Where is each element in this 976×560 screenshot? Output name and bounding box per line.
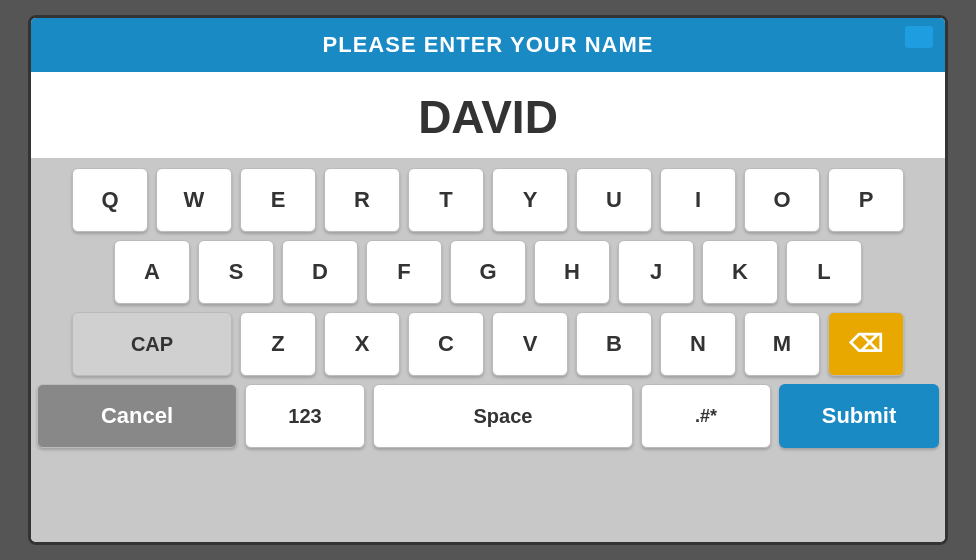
key-symbols[interactable]: .#* <box>641 384 771 448</box>
header-corner-decoration <box>905 26 933 48</box>
key-123[interactable]: 123 <box>245 384 365 448</box>
key-y[interactable]: Y <box>492 168 568 232</box>
key-backspace[interactable]: ⌫ <box>828 312 904 376</box>
key-cap[interactable]: CAP <box>72 312 232 376</box>
key-v[interactable]: V <box>492 312 568 376</box>
key-i[interactable]: I <box>660 168 736 232</box>
key-cancel[interactable]: Cancel <box>37 384 237 448</box>
key-s[interactable]: S <box>198 240 274 304</box>
key-h[interactable]: H <box>534 240 610 304</box>
key-submit[interactable]: Submit <box>779 384 939 448</box>
key-a[interactable]: A <box>114 240 190 304</box>
key-q[interactable]: Q <box>72 168 148 232</box>
key-d[interactable]: D <box>282 240 358 304</box>
key-k[interactable]: K <box>702 240 778 304</box>
key-p[interactable]: P <box>828 168 904 232</box>
key-o[interactable]: O <box>744 168 820 232</box>
dialog-header: PLEASE ENTER YOUR NAME <box>31 18 945 72</box>
key-r[interactable]: R <box>324 168 400 232</box>
keyboard-row-bottom: Cancel 123 Space .#* Submit <box>43 384 933 448</box>
key-f[interactable]: F <box>366 240 442 304</box>
keyboard-row-3: CAP Z X C V B N M ⌫ <box>43 312 933 376</box>
key-t[interactable]: T <box>408 168 484 232</box>
key-j[interactable]: J <box>618 240 694 304</box>
keyboard-row-1: Q W E R T Y U I O P <box>43 168 933 232</box>
key-space[interactable]: Space <box>373 384 633 448</box>
key-b[interactable]: B <box>576 312 652 376</box>
key-m[interactable]: M <box>744 312 820 376</box>
key-g[interactable]: G <box>450 240 526 304</box>
key-l[interactable]: L <box>786 240 862 304</box>
key-w[interactable]: W <box>156 168 232 232</box>
key-u[interactable]: U <box>576 168 652 232</box>
key-c[interactable]: C <box>408 312 484 376</box>
key-x[interactable]: X <box>324 312 400 376</box>
dialog-title: PLEASE ENTER YOUR NAME <box>323 32 654 57</box>
key-n[interactable]: N <box>660 312 736 376</box>
key-z[interactable]: Z <box>240 312 316 376</box>
key-e[interactable]: E <box>240 168 316 232</box>
name-display: DAVID <box>31 72 945 158</box>
keyboard-row-2: A S D F G H J K L <box>43 240 933 304</box>
keyboard-area: Q W E R T Y U I O P A S D F G H J K L CA… <box>31 158 945 542</box>
keyboard-dialog: PLEASE ENTER YOUR NAME DAVID Q W E R T Y… <box>28 15 948 545</box>
backspace-icon: ⌫ <box>849 330 883 358</box>
